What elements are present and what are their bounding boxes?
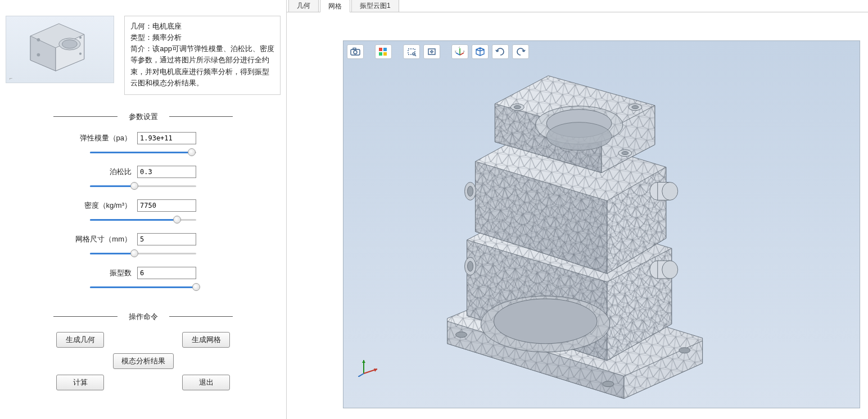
right-panel: 几何 网格 振型云图1 — [287, 0, 868, 419]
ops-title: 操作命令 — [53, 312, 233, 322]
modes-label: 振型数 — [110, 268, 132, 278]
info-desc-label: 简介： — [130, 44, 152, 53]
svg-point-66 — [662, 182, 678, 200]
svg-point-53 — [546, 122, 612, 151]
poisson-label: 泊松比 — [110, 167, 132, 177]
axis-triad-icon — [358, 354, 381, 379]
mesh-label: 网格尺寸（mm） — [75, 234, 132, 244]
info-geom-label: 几何： — [130, 22, 152, 30]
elastic-input[interactable] — [137, 132, 196, 144]
svg-point-71 — [603, 381, 614, 387]
svg-point-70 — [456, 332, 467, 338]
density-label: 密度（kg/m³） — [84, 201, 132, 211]
mesh-slider[interactable] — [90, 249, 196, 259]
svg-point-8 — [79, 53, 82, 55]
svg-point-55 — [514, 106, 521, 109]
compute-button[interactable]: 计算 — [56, 375, 104, 390]
elastic-slider[interactable] — [90, 148, 196, 158]
poisson-slider[interactable] — [90, 181, 196, 192]
mesh-model-canvas — [343, 41, 860, 408]
svg-point-59 — [622, 152, 629, 155]
elastic-label: 弹性模量（pa） — [80, 133, 132, 143]
info-geom-value: 电机底座 — [152, 22, 182, 30]
info-type-value: 频率分析 — [152, 33, 182, 42]
density-input[interactable] — [137, 199, 196, 212]
tab-bar: 几何 网格 振型云图1 — [287, 0, 868, 12]
exit-button[interactable]: 退出 — [182, 375, 230, 390]
modal-result-button[interactable]: 模态分析结果 — [113, 353, 174, 369]
svg-line-75 — [358, 374, 364, 377]
tab-cloud[interactable]: 振型云图1 — [351, 0, 399, 12]
poisson-input[interactable] — [137, 166, 196, 178]
svg-point-6 — [37, 53, 40, 57]
svg-point-7 — [79, 37, 82, 39]
svg-point-61 — [468, 186, 473, 196]
density-slider[interactable] — [90, 215, 196, 225]
svg-point-5 — [37, 38, 40, 42]
svg-point-63 — [468, 261, 473, 271]
geometry-thumbnail: ⌐ — [6, 16, 114, 83]
gen-mesh-button[interactable]: 生成网格 — [182, 332, 230, 348]
info-box: 几何：电机底座 类型：频率分析 简介：该app可调节弹性模量、泊松比、密度等参数… — [124, 16, 281, 95]
info-desc-value: 该app可调节弹性模量、泊松比、密度等参数，通过将图片所示绿色部分进行全约束，并… — [130, 44, 274, 86]
mesh-input[interactable] — [137, 233, 196, 245]
tab-geom[interactable]: 几何 — [288, 0, 319, 12]
params-title: 参数设置 — [53, 112, 233, 122]
tab-mesh[interactable]: 网格 — [320, 0, 350, 12]
svg-marker-76 — [362, 360, 365, 363]
svg-point-4 — [62, 40, 77, 48]
svg-point-38 — [494, 299, 597, 344]
modes-slider[interactable] — [90, 283, 196, 293]
viewport[interactable]: zyx — [343, 40, 860, 408]
left-panel: ⌐ 几何：电机底座 类型：频率分析 简介：该app可调节弹性模量、泊松比、密度等… — [0, 0, 287, 419]
svg-point-69 — [662, 261, 678, 279]
gen-geom-button[interactable]: 生成几何 — [56, 332, 104, 348]
info-type-label: 类型： — [130, 33, 152, 42]
svg-point-72 — [679, 348, 690, 353]
svg-point-57 — [632, 106, 639, 109]
modes-input[interactable] — [137, 267, 196, 279]
